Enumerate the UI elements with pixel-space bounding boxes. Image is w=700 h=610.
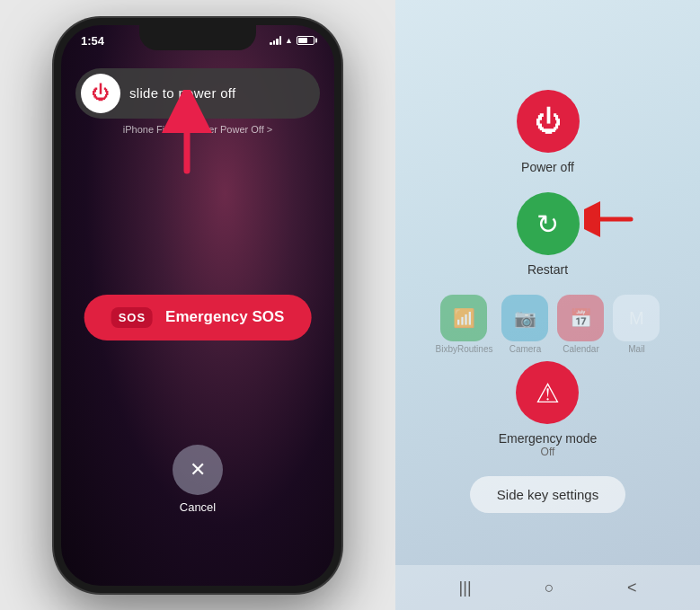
cancel-circle[interactable]: ✕ (173, 445, 223, 495)
slide-to-power-off-text: slide to power off (129, 85, 236, 101)
bg-app-3: 📅 Calendar (557, 295, 604, 354)
power-off-item[interactable]: ⏻ Power off (517, 90, 580, 174)
right-panel: ⏻ Power off ↻ Restart (395, 0, 700, 610)
iphone-frame: 1:54 ▲ ⏻ slide to power off (54, 18, 341, 593)
bg-app-label-2: Camera (509, 344, 542, 354)
restart-icon: ↻ (536, 208, 559, 240)
power-off-icon: ⏻ (535, 106, 562, 137)
power-off-label: Power off (521, 160, 574, 174)
bg-app-icon-1: 📶 (440, 295, 487, 341)
emergency-sos-button[interactable]: SOS Emergency SOS (84, 295, 312, 340)
nav-recents-button[interactable]: ||| (459, 579, 472, 597)
bg-app-1: 📶 BixbyRoutines (436, 295, 493, 354)
emergency-mode-section: 📶 BixbyRoutines 📷 Camera 📅 Calendar M Ma… (436, 295, 660, 458)
iphone-screen: 1:54 ▲ ⏻ slide to power off (61, 25, 334, 586)
bg-app-icon-4: M (613, 295, 660, 341)
bg-app-label-1: BixbyRoutines (436, 344, 493, 354)
power-button-circle[interactable]: ⏻ (81, 74, 120, 113)
bg-app-4: M Mail (613, 295, 660, 354)
side-key-settings-button[interactable]: Side key settings (470, 476, 625, 513)
status-bar: 1:54 ▲ (61, 34, 334, 48)
bg-app-label-3: Calendar (563, 344, 599, 354)
cancel-button[interactable]: ✕ Cancel (173, 445, 223, 514)
android-nav: ||| ○ < (395, 565, 700, 610)
status-icons: ▲ (270, 36, 315, 45)
red-arrow-annotation (584, 201, 634, 237)
cancel-icon: ✕ (190, 458, 206, 482)
status-time: 1:54 (81, 34, 104, 48)
battery-icon (297, 36, 315, 45)
power-slider-container[interactable]: ⏻ slide to power off (75, 68, 320, 119)
side-key-settings-item[interactable]: Side key settings (470, 476, 625, 513)
bg-app-2: 📷 Camera (501, 295, 548, 354)
power-menu: ⏻ Power off ↻ Restart (395, 0, 700, 610)
emergency-mode-icon: ⚠ (536, 377, 560, 409)
power-slider[interactable]: ⏻ slide to power off (75, 68, 320, 119)
battery-fill (298, 38, 307, 43)
left-panel: 1:54 ▲ ⏻ slide to power off (0, 0, 395, 610)
emergency-mode-icon-circle[interactable]: ⚠ (516, 361, 579, 424)
restart-label: Restart (527, 262, 568, 277)
bg-app-icon-2: 📷 (501, 295, 548, 341)
power-icon: ⏻ (92, 83, 110, 103)
sos-badge: SOS (111, 307, 153, 328)
emergency-mode-sublabel: Off (541, 446, 555, 458)
restart-icon-circle[interactable]: ↻ (517, 192, 580, 255)
bg-app-label-4: Mail (628, 344, 644, 354)
nav-home-button[interactable]: ○ (545, 579, 554, 597)
bg-app-icons-row: 📶 BixbyRoutines 📷 Camera 📅 Calendar M Ma… (436, 295, 660, 354)
nav-back-button[interactable]: < (627, 579, 637, 597)
bg-app-icon-3: 📅 (557, 295, 604, 341)
restart-item[interactable]: ↻ Restart (517, 192, 580, 277)
emergency-mode-label: Emergency mode (499, 431, 598, 446)
emergency-sos-label: Emergency SOS (165, 308, 284, 326)
signal-icon (270, 36, 281, 45)
cancel-label: Cancel (180, 500, 216, 514)
power-off-icon-circle[interactable]: ⏻ (517, 90, 580, 153)
wifi-icon: ▲ (285, 36, 293, 45)
findable-text: iPhone Findable After Power Off > (61, 124, 334, 135)
side-key-settings-label: Side key settings (497, 487, 598, 502)
